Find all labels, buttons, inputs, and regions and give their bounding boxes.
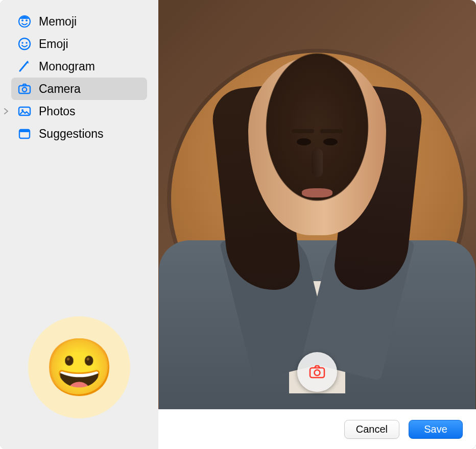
sidebar-item-label: Memoji (39, 15, 77, 29)
dialog-footer: Cancel Save (158, 409, 476, 449)
sidebar-item-photos[interactable]: Photos (11, 100, 147, 122)
camera-shutter-icon (308, 362, 326, 382)
svg-point-2 (26, 19, 28, 21)
sidebar-item-label: Monogram (39, 60, 95, 73)
sidebar-item-label: Suggestions (39, 127, 104, 141)
subject-nose (312, 148, 323, 177)
subject-lips (302, 188, 332, 197)
photos-icon (17, 104, 32, 118)
save-button[interactable]: Save (409, 420, 463, 439)
svg-point-3 (19, 38, 30, 49)
camera-live-view (158, 0, 476, 409)
sidebar-item-label: Emoji (39, 37, 68, 51)
memoji-icon (17, 14, 32, 29)
sidebar-item-emoji[interactable]: Emoji (11, 33, 147, 55)
subject-brow (292, 129, 314, 133)
sidebar-item-camera[interactable]: Camera (11, 78, 147, 100)
subject-eye (297, 138, 311, 145)
cancel-button[interactable]: Cancel (344, 420, 399, 439)
monogram-icon (17, 59, 32, 73)
sidebar-item-monogram[interactable]: Monogram (11, 55, 147, 78)
sidebar-item-suggestions[interactable]: Suggestions (11, 122, 147, 145)
preview-emoji: 😀 (44, 339, 114, 395)
sidebar-item-label: Photos (39, 105, 76, 118)
svg-point-5 (26, 42, 28, 44)
svg-rect-11 (19, 130, 30, 132)
current-avatar-preview: 😀 (28, 316, 130, 418)
sidebar: Memoji Emoji Monogram Camera (0, 0, 158, 449)
subject-brow (320, 129, 343, 133)
subject-eye (323, 138, 338, 145)
sidebar-item-label: Camera (39, 82, 81, 96)
current-avatar-preview-wrapper: 😀 (0, 316, 158, 449)
camera-icon (17, 82, 32, 96)
sidebar-list: Memoji Emoji Monogram Camera (0, 10, 158, 145)
svg-point-1 (21, 19, 23, 21)
svg-point-4 (21, 42, 23, 44)
chevron-right-icon[interactable] (3, 108, 9, 114)
shutter-button[interactable] (297, 352, 337, 392)
emoji-icon (17, 37, 32, 51)
svg-point-13 (315, 370, 320, 376)
suggestions-icon (17, 127, 32, 141)
camera-subject-placeholder (184, 36, 450, 373)
sidebar-item-memoji[interactable]: Memoji (11, 10, 147, 33)
svg-point-7 (22, 87, 27, 91)
main-panel: Cancel Save (158, 0, 476, 449)
